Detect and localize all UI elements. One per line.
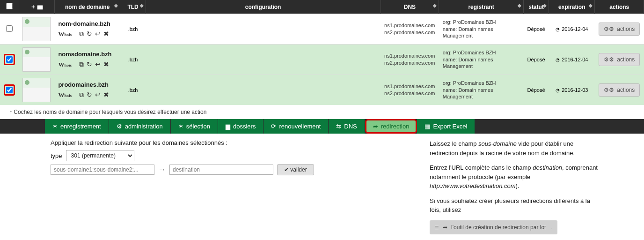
domain-thumbnail[interactable]: [22, 47, 51, 72]
registrant-name: name: Domain names Management: [443, 26, 520, 40]
sort-icon: ◆: [518, 3, 521, 8]
help-text: Laissez le champ sous-domaine vide pour …: [430, 139, 598, 234]
tab-label: enregistrement: [60, 123, 101, 130]
domain-thumbnail[interactable]: [22, 78, 51, 102]
status-cell: Déposé: [523, 45, 549, 75]
header-domain-label: nom de domaine: [65, 4, 110, 10]
tab-label: administration: [125, 123, 163, 130]
status-cell: Déposé: [523, 75, 549, 105]
tab-label: Export Excel: [433, 123, 467, 130]
whois-link[interactable]: Whois: [58, 30, 74, 38]
link-icon: ⇆: [336, 123, 341, 130]
history-icon[interactable]: ↻: [87, 30, 92, 38]
table-row: nomsdomaine.bzhWhois ⧉↻↩✖.bzhns1.prodoma…: [0, 45, 644, 75]
redirection-form: Appliquer la redirection suivante pour l…: [51, 139, 378, 234]
header-status[interactable]: statut◆: [523, 0, 549, 14]
tab-label: renouvellement: [279, 123, 321, 130]
folder-icon: ▆: [226, 123, 230, 130]
dns-line: ns2.prodomaines.com: [384, 90, 435, 97]
header-status-label: statut: [528, 4, 544, 10]
config-cell: [146, 14, 381, 45]
header-expiration[interactable]: expiration◆: [549, 0, 595, 14]
type-select[interactable]: 301 (permanente): [66, 150, 134, 161]
tab-label: DNS: [344, 123, 357, 130]
dns-line: ns2.prodomaines.com: [384, 60, 435, 67]
subdomain-input[interactable]: [51, 165, 154, 175]
whois-link[interactable]: Whois: [58, 91, 74, 98]
actions-button[interactable]: ⚙⚙actions: [599, 53, 640, 66]
status-cell: Déposé: [523, 14, 549, 45]
gear-icon: ⚙: [117, 123, 122, 130]
row-checkbox[interactable]: [6, 87, 13, 93]
table-row: prodomaines.bzhWhois ⧉↻↩✖.bzhns1.prodoma…: [0, 75, 644, 105]
share-icon: ➦: [443, 223, 447, 232]
table-header: ＋ ▆ nom de domaine◆ TLD◆ configuration D…: [0, 0, 644, 14]
domain-name[interactable]: prodomaines.bzh: [58, 81, 117, 88]
tab-label: dossiers: [233, 123, 256, 130]
form-title: Appliquer la redirection suivante pour l…: [51, 139, 378, 146]
sort-icon: ◆: [589, 3, 593, 8]
header-actions: actions: [595, 0, 644, 14]
tab-enregistrement[interactable]: ✶enregistrement: [45, 119, 109, 134]
dns-line: ns1.prodomaines.com: [384, 83, 435, 90]
header-tld[interactable]: TLD◆: [120, 0, 146, 14]
header-add[interactable]: ＋ ▆: [19, 0, 54, 14]
registrant-org: org: ProDomaines BZH: [443, 80, 520, 87]
tab-dns[interactable]: ⇆DNS: [329, 119, 365, 134]
close-icon[interactable]: ✖: [103, 60, 109, 68]
domain-thumbnail[interactable]: [22, 17, 51, 41]
whois-link[interactable]: Whois: [58, 61, 74, 68]
tab-label: redirection: [381, 123, 410, 130]
header-config-label: configuration: [245, 4, 281, 10]
reply-icon[interactable]: ↩: [95, 91, 101, 98]
tab-renouvellement[interactable]: ⟳renouvellement: [263, 119, 329, 134]
tab-selection[interactable]: ✶sélection: [171, 119, 218, 134]
external-link-icon[interactable]: ⧉: [79, 91, 84, 98]
external-link-icon[interactable]: ⧉: [79, 30, 84, 38]
reply-icon[interactable]: ↩: [95, 30, 101, 38]
domain-name[interactable]: nomsdomaine.bzh: [58, 51, 117, 58]
header-dns[interactable]: DNS◆: [381, 0, 439, 14]
select-all-checkbox[interactable]: [6, 3, 13, 9]
header-check[interactable]: [0, 0, 19, 14]
bulk-tool-button[interactable]: ≣ ➦ l'outil de création de redirection p…: [430, 220, 557, 234]
external-link-icon[interactable]: ⧉: [79, 60, 84, 68]
destination-input[interactable]: [169, 165, 273, 175]
row-checkbox[interactable]: [6, 25, 13, 32]
tab-redirection[interactable]: ➦redirection: [365, 119, 417, 134]
tab-administration[interactable]: ⚙administration: [109, 119, 171, 134]
registrant-org: org: ProDomaines BZH: [443, 19, 520, 26]
magic-icon: ✶: [178, 123, 183, 130]
dns-line: ns2.prodomaines.com: [384, 29, 435, 36]
tool-label: l'outil de création de redirection par l…: [451, 223, 546, 232]
list-icon: ≣: [434, 223, 439, 232]
actions-button[interactable]: ⚙⚙actions: [599, 22, 640, 36]
valider-button[interactable]: ✔ valider: [277, 164, 314, 175]
registrant-name: name: Domain names Management: [443, 56, 520, 70]
valider-label: valider: [290, 166, 307, 173]
close-icon[interactable]: ✖: [103, 30, 109, 38]
domain-name[interactable]: nom-domaine.bzh: [58, 20, 117, 27]
checkbox-highlight: [4, 84, 15, 96]
close-icon[interactable]: ✖: [103, 91, 109, 98]
actions-button[interactable]: ⚙⚙actions: [599, 83, 640, 97]
header-domain[interactable]: nom de domaine◆: [54, 0, 120, 14]
expiration-cell: 2016-12-04: [549, 45, 595, 75]
excel-icon: ▦: [424, 123, 430, 130]
history-icon[interactable]: ↻: [87, 60, 92, 68]
tab-export-excel[interactable]: ▦Export Excel: [417, 119, 475, 134]
header-config: configuration: [146, 0, 381, 14]
header-actions-label: actions: [609, 4, 629, 10]
row-checkbox[interactable]: [6, 56, 13, 63]
gears-icon: ⚙⚙: [604, 87, 614, 93]
registrant-org: org: ProDomaines BZH: [443, 49, 520, 56]
folder-icon: ▆: [37, 3, 43, 10]
checkbox-highlight: [4, 54, 15, 65]
tld-cell: .bzh: [120, 75, 146, 105]
header-registrant[interactable]: registrant◆: [439, 0, 524, 14]
reply-icon[interactable]: ↩: [95, 60, 101, 68]
history-icon[interactable]: ↻: [87, 91, 92, 98]
sort-icon: ◆: [140, 3, 144, 8]
tab-dossiers[interactable]: ▆dossiers: [218, 119, 263, 134]
expiration-cell: 2016-12-04: [549, 14, 595, 45]
